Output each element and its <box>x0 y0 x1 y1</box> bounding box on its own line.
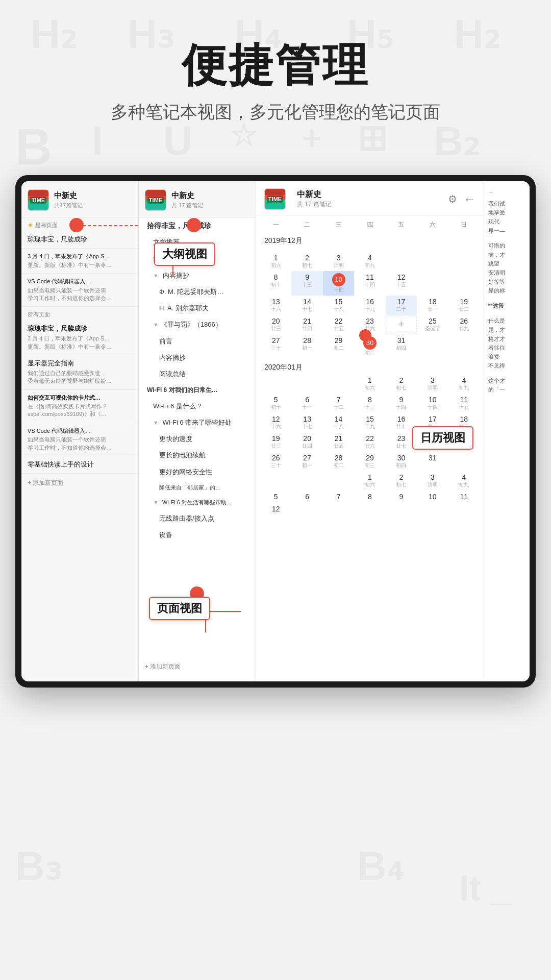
outline-item[interactable]: ▼ Wi-Fi 6 带来了哪些好处 <box>139 414 256 431</box>
cal-day[interactable]: 10 十四 <box>323 271 354 296</box>
cal-day[interactable]: 28初一 <box>291 334 322 359</box>
list-item[interactable]: 琼瑰非宝，尺牍成珍 3 月 4 日，苹果发布了《App S…更新。新版《标准》中… <box>21 321 138 355</box>
cal-day[interactable]: 17二十 <box>386 296 417 315</box>
cal-day[interactable]: 29初二 <box>323 334 354 359</box>
cal-day[interactable]: 22廿六 <box>354 432 385 452</box>
cal-day[interactable]: 19廿三 <box>260 432 291 452</box>
cal-day[interactable] <box>448 252 480 271</box>
cal-day[interactable] <box>291 374 322 394</box>
cal-day[interactable] <box>323 471 354 491</box>
cal-day[interactable]: 4初九 <box>448 471 480 491</box>
outline-item[interactable]: 降低来自「邻居家」的… <box>139 480 256 495</box>
cal-day[interactable]: 3清明 <box>323 252 354 271</box>
cal-day[interactable] <box>260 248 291 252</box>
cal-day[interactable]: 28初二 <box>323 452 354 471</box>
cal-day[interactable]: 8 <box>354 491 385 503</box>
cal-day[interactable] <box>448 334 480 359</box>
cal-day[interactable]: 11 <box>448 491 480 503</box>
cal-day[interactable]: 19廿二 <box>448 296 480 315</box>
cal-day[interactable]: 14十八 <box>323 413 354 432</box>
add-page-button-2[interactable]: + 添加新页面 <box>139 657 187 676</box>
list-item[interactable]: 如何交互可视化你的卡片式… 在《[如何高效实践卡片式写作？sspai.com/p… <box>21 390 138 423</box>
list-item[interactable]: VS Code 代码编辑器入… 如果当电脑只能装一个软件还需学习工作时，不知道你… <box>21 423 138 456</box>
cal-day[interactable] <box>448 271 480 296</box>
cal-day[interactable]: 8十三 <box>354 394 385 413</box>
cal-day[interactable] <box>323 248 354 252</box>
cal-day[interactable]: 15十九 <box>354 413 385 432</box>
cal-day[interactable] <box>448 248 480 252</box>
list-item[interactable]: 琼瑰非宝，尺牍成珍 <box>21 231 138 249</box>
list-item[interactable]: VS Code 代码编辑器入… 如果当电脑只能装一个软件还需学习工作时，不知道你… <box>21 274 138 307</box>
cal-day[interactable]: 20廿四 <box>291 432 322 452</box>
outline-item[interactable]: 设备 <box>139 527 256 543</box>
cal-day[interactable]: 1初六 <box>260 252 291 271</box>
cal-day[interactable]: 10十四 <box>417 394 448 413</box>
cal-day[interactable]: 16十九 <box>354 296 385 315</box>
cal-day[interactable]: 26廿九 <box>448 315 480 334</box>
outline-item[interactable]: ▼《罪与罚》（1866） <box>139 316 256 333</box>
cal-day[interactable]: 2初七 <box>386 374 417 394</box>
list-item[interactable]: 显示器完全指南 我们通过自己的眼睛感受实世…受着毫无束缚的视野与绚烂缤纷… <box>21 355 138 390</box>
gear-icon[interactable]: ⚙ <box>448 193 457 205</box>
cal-day[interactable]: 4初九 <box>448 374 480 394</box>
cal-day[interactable]: 1初六 <box>354 374 385 394</box>
cal-day[interactable] <box>260 374 291 394</box>
cal-day[interactable]: 8初十 <box>260 271 291 296</box>
outline-item[interactable]: Wi-Fi 6 是什么？ <box>139 398 256 414</box>
cal-day[interactable]: 18廿一 <box>417 296 448 315</box>
cal-day[interactable]: 30初四 <box>386 452 417 471</box>
cal-day[interactable]: 22廿五 <box>323 315 354 334</box>
add-page-button-1[interactable]: + 添加新页面 <box>21 474 138 493</box>
cal-day[interactable] <box>448 452 480 471</box>
outline-item[interactable]: 更快的速度 <box>139 431 256 447</box>
outline-item[interactable]: 更好的网络安全性 <box>139 464 256 480</box>
outline-item[interactable]: 无线路由器/接入点 <box>139 510 256 527</box>
cal-day[interactable]: 21廿五 <box>323 432 354 452</box>
cal-day[interactable]: 26三十 <box>260 452 291 471</box>
list-item[interactable]: 3 月 4 日，苹果发布了《App S… 更新。新版《标准》中有一条令… <box>21 249 138 274</box>
outline-item[interactable]: 更长的电池续航 <box>139 447 256 463</box>
cal-day[interactable]: 30 初三 <box>354 334 385 359</box>
cal-day[interactable] <box>354 248 385 252</box>
cal-day[interactable] <box>417 271 448 296</box>
cal-day[interactable] <box>386 248 417 252</box>
cal-day[interactable]: 2初七 <box>291 252 322 271</box>
cal-day[interactable]: 9十三 <box>291 271 322 296</box>
cal-day[interactable]: 14十七 <box>291 296 322 315</box>
cal-day[interactable]: 15十八 <box>323 296 354 315</box>
cal-day[interactable]: 2初七 <box>386 471 417 491</box>
outline-item[interactable]: ▼ 内容摘抄 <box>139 267 256 284</box>
add-day-button[interactable]: + <box>386 315 417 334</box>
outline-item[interactable]: 内容摘抄 <box>139 350 256 366</box>
cal-day[interactable]: 27三十 <box>260 334 291 359</box>
outline-item[interactable]: Ф. М. 陀思妥耶夫斯… <box>139 284 256 300</box>
outline-item[interactable]: 前言 <box>139 333 256 350</box>
cal-day[interactable]: 5 <box>260 491 291 503</box>
cal-day[interactable]: 5初十 <box>260 394 291 413</box>
cal-day[interactable]: 31 <box>417 452 448 471</box>
cal-day[interactable]: 11十五 <box>448 394 480 413</box>
cal-day[interactable]: 13十七 <box>291 413 322 432</box>
cal-day[interactable]: 7十二 <box>323 394 354 413</box>
cal-day[interactable]: 1初六 <box>354 471 385 491</box>
cal-day[interactable]: 6 <box>291 491 322 503</box>
cal-day[interactable] <box>323 374 354 394</box>
outline-item[interactable]: 阅读总结 <box>139 366 256 382</box>
back-icon[interactable]: ← <box>488 188 525 195</box>
cal-day[interactable]: 3清明 <box>417 374 448 394</box>
cal-day[interactable]: 9 <box>386 491 417 503</box>
cal-day[interactable]: 20廿三 <box>260 315 291 334</box>
outline-item[interactable]: ▼ Wi-Fi 6 对生活有哪些帮助… <box>139 495 256 510</box>
cal-day[interactable]: 3清明 <box>417 471 448 491</box>
cal-day[interactable]: 9十四 <box>386 394 417 413</box>
cal-day[interactable]: 10 <box>417 491 448 503</box>
cal-day[interactable]: 12 <box>260 503 291 515</box>
cal-day[interactable]: 21廿四 <box>291 315 322 334</box>
cal-day[interactable] <box>417 252 448 271</box>
cal-day[interactable] <box>417 334 448 359</box>
cal-day[interactable] <box>417 248 448 252</box>
cal-day[interactable]: 11十四 <box>354 271 385 296</box>
cal-day[interactable] <box>260 471 291 491</box>
cal-day[interactable] <box>386 252 417 271</box>
cal-day[interactable]: 12十五 <box>386 271 417 296</box>
